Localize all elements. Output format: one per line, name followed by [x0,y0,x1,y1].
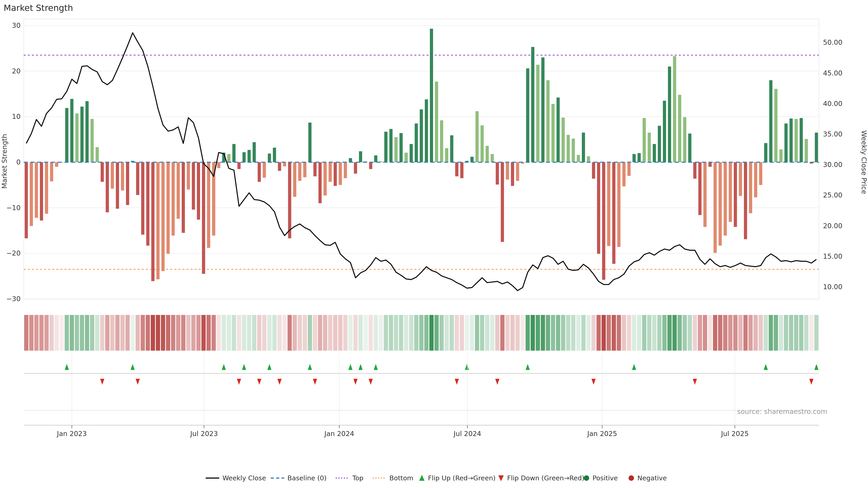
strength-bar [663,101,666,162]
strength-bar [769,80,772,162]
strength-bar [708,162,712,167]
strength-bar [653,144,656,162]
strength-bar [192,162,195,210]
strength-bar [496,162,499,185]
heatmap-cell [455,315,459,351]
heatmap-cell [283,315,287,351]
heatmap-cell [662,315,666,351]
strength-bar [75,113,79,162]
heatmap-cell [176,315,180,351]
strength-bar [40,162,43,221]
heatmap-cell [753,315,758,351]
left-axis-tick-label: −20 [6,249,21,257]
legend-item-label: Weekly Close [222,474,266,482]
strength-bar [70,99,73,162]
strength-bar [172,162,175,236]
heatmap-cell [267,315,272,351]
heatmap-cell [526,315,530,351]
strength-bar [486,146,489,162]
flip-down-icon [135,379,140,385]
heatmap-cell [100,315,104,351]
flip-up-icon [465,364,469,370]
strength-bar [395,137,398,162]
strength-bar [146,162,149,246]
strength-bar [658,126,661,162]
heatmap-cell [29,315,33,351]
heatmap-cell [764,315,768,351]
strength-bar [723,162,727,236]
strength-bar [779,150,782,162]
strength-bar [96,147,99,162]
right-axis-label: Weekly Close Price [860,130,868,194]
strength-bar [182,162,185,233]
strength-bar [288,162,291,238]
x-axis-tick-label: Jan 2024 [324,430,354,437]
heatmap-cell [257,315,261,351]
heatmap-cell [333,315,338,351]
strength-bar [389,129,393,162]
strength-bar [764,143,767,162]
strength-bar [622,162,625,186]
strength-bar [698,162,702,215]
right-axis-tick-label: 35.00 [823,130,842,138]
strength-bar [232,144,236,162]
strength-bar [617,162,620,247]
strength-bar [536,65,539,162]
heatmap-cell [688,315,692,351]
heatmap-cell [617,315,621,351]
x-axis-tick-label: Jan 2023 [57,430,87,437]
strength-bar [774,89,777,162]
source-note: source: sharemaestro.com [737,408,827,416]
strength-bar [759,162,762,185]
strength-bar [329,162,332,182]
heatmap-cell [596,315,601,351]
flip-down-icon [592,379,596,385]
heatmap-cell [202,315,206,351]
strength-bar [526,68,529,162]
heatmap-cell [733,315,738,351]
heatmap-cell [222,315,226,351]
strength-bar [399,133,403,162]
strength-bar [491,154,494,162]
strength-bar [541,57,545,162]
flip-up-icon [308,364,312,370]
strength-bar [374,156,377,162]
strength-bar [121,162,124,191]
flip-up-icon [632,364,636,370]
axes-and-ticks: 3020100−10−20−3050.0045.0040.0035.0030.0… [6,22,842,437]
flip-up-icon [814,364,818,370]
strength-bar [450,135,453,162]
heatmap-cell [708,315,712,351]
flip-down-icon [313,379,317,385]
heatmap-cell [384,315,388,351]
strength-bar [815,133,818,162]
heatmap-cell [171,315,176,351]
strength-bar [567,135,570,162]
strength-bar [552,104,555,162]
right-axis-tick-label: 15.00 [823,252,842,260]
strength-bar [704,162,707,227]
heatmap-cell [475,315,479,351]
heatmap-cell [287,315,292,351]
heatmap-cell [500,315,504,351]
strength-bar [789,119,793,162]
heatmap-cell [115,315,120,351]
heatmap-cell [439,315,444,351]
heatmap-cell [450,315,454,351]
heatmap-cell [728,315,733,351]
strength-bar [136,162,139,195]
strength-bar [612,162,615,264]
strength-bar [344,162,347,178]
strength-bar [90,119,94,162]
flip-down-icon [100,379,104,385]
heatmap-cell [460,315,464,351]
heatmap-cell [374,315,378,351]
legend-item-label: Flip Down (Green→Red) [507,474,585,482]
heatmap-cell [531,315,535,351]
heatmap-cell [804,315,809,351]
strength-bar [480,125,484,162]
heatmap-cell [607,315,611,351]
x-axis-tick-label: Jul 2024 [453,430,481,437]
strength-bar [425,99,428,162]
heatmap-cell [328,315,332,351]
